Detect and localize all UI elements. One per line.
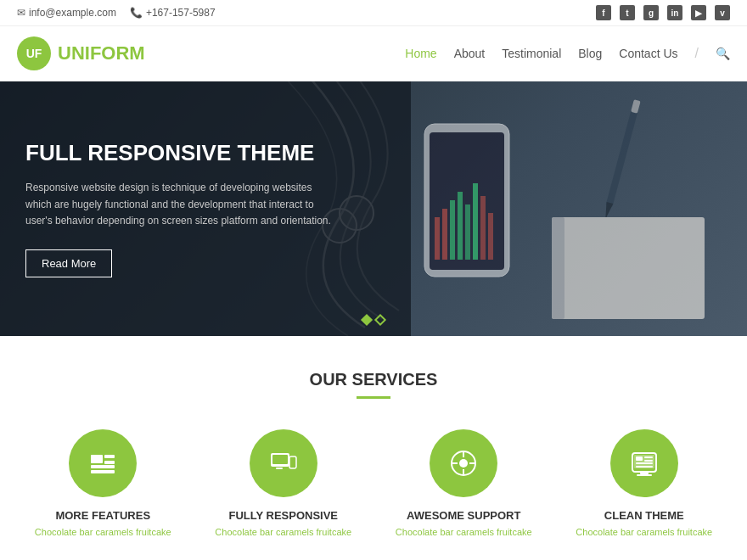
service-item-support: AWESOME SUPPORT Chocolate bar caramels f… [387,429,540,537]
features-desc: Chocolate bar caramels fruitcake [26,527,179,537]
responsive-title: FULLY RESPONSIVE [207,509,360,522]
support-desc: Chocolate bar caramels fruitcake [387,527,540,537]
svg-rect-17 [91,455,103,463]
svg-rect-8 [465,204,470,260]
slider-dot-2[interactable] [374,314,386,326]
service-item-theme: CLEAN THEME Chocolate bar caramels fruit… [568,429,721,537]
svg-rect-20 [91,465,115,468]
svg-rect-6 [450,200,455,260]
services-title: OUR SERVICES [17,370,730,389]
features-icon-circle [69,429,137,497]
svg-rect-26 [291,458,295,466]
logo: UF UNIFORM [17,36,145,70]
support-icon [448,448,479,479]
svg-rect-15 [552,217,705,319]
search-icon[interactable]: 🔍 [716,47,730,60]
hero-title: FULL RESPONSIVE THEME [25,140,385,166]
theme-icon-circle [610,429,678,497]
services-grid: MORE FEATURES Chocolate bar caramels fru… [17,429,730,537]
service-item-features: MORE FEATURES Chocolate bar caramels fru… [26,429,179,537]
social-links: f t g in ▶ v [596,5,730,20]
svg-rect-37 [636,456,643,461]
svg-rect-21 [91,470,115,473]
svg-rect-36 [637,474,652,476]
responsive-icon-circle [250,429,317,497]
hero-description: Responsive website design is technique o… [25,180,331,229]
logo-icon: UF [17,36,51,70]
svg-rect-9 [473,183,478,260]
svg-rect-16 [552,217,564,319]
twitter-icon[interactable]: t [620,5,635,20]
facebook-icon[interactable]: f [596,5,611,20]
svg-rect-41 [636,466,653,468]
theme-icon [629,448,660,479]
support-title: AWESOME SUPPORT [387,509,540,522]
svg-rect-11 [488,213,493,260]
svg-rect-4 [435,217,440,260]
svg-rect-7 [458,192,463,260]
linkedin-icon[interactable]: in [667,5,682,20]
responsive-desc: Chocolate bar caramels fruitcake [207,527,360,537]
svg-rect-5 [442,209,447,260]
svg-rect-10 [480,196,486,260]
svg-rect-35 [640,472,649,474]
nav-contact[interactable]: Contact Us [619,43,677,64]
svg-rect-38 [644,456,653,458]
top-bar-contact: ✉ info@example.com 📞 +167-157-5987 [17,7,216,19]
nav-testimonial[interactable]: Testimonial [502,43,561,64]
phone-info: 📞 +167-157-5987 [130,7,216,19]
email-icon: ✉ [17,7,25,19]
svg-rect-12 [605,99,640,208]
svg-rect-19 [104,461,115,464]
nav-about[interactable]: About [454,43,486,64]
logo-text: UNIFORM [58,42,145,64]
email-info: ✉ info@example.com [17,7,116,19]
service-item-responsive: FULLY RESPONSIVE Chocolate bar caramels … [207,429,360,537]
services-section: OUR SERVICES MORE FEATURES Chocolate bar… [0,336,747,560]
googleplus-icon[interactable]: g [643,5,659,20]
slider-dots [362,316,385,324]
nav-blog[interactable]: Blog [578,43,602,64]
svg-rect-23 [272,455,288,464]
header: UF UNIFORM Home About Testimonial Blog C… [0,26,747,81]
svg-rect-40 [636,462,653,464]
svg-rect-14 [631,99,641,114]
phone-icon: 📞 [130,7,143,19]
hero-content: FULL RESPONSIVE THEME Responsive website… [0,81,411,336]
svg-rect-39 [644,460,653,462]
hero-section: FULL RESPONSIVE THEME Responsive website… [0,81,747,336]
vimeo-icon[interactable]: v [715,5,730,20]
svg-rect-18 [104,455,115,458]
top-bar: ✉ info@example.com 📞 +167-157-5987 f t g… [0,0,747,26]
youtube-icon[interactable]: ▶ [691,5,706,20]
features-title: MORE FEATURES [26,509,179,522]
svg-rect-24 [276,468,283,469]
theme-desc: Chocolate bar caramels fruitcake [568,527,721,537]
svg-point-28 [459,459,468,468]
nav-divider: / [695,46,699,61]
read-more-button[interactable]: Read More [25,249,112,277]
features-icon [87,448,118,479]
responsive-icon [268,448,299,479]
services-underline [357,396,390,399]
nav-home[interactable]: Home [405,43,436,64]
support-icon-circle [430,429,497,497]
theme-title: CLEAN THEME [568,509,721,522]
slider-dot-1[interactable] [361,314,373,326]
main-nav: Home About Testimonial Blog Contact Us /… [405,43,730,64]
